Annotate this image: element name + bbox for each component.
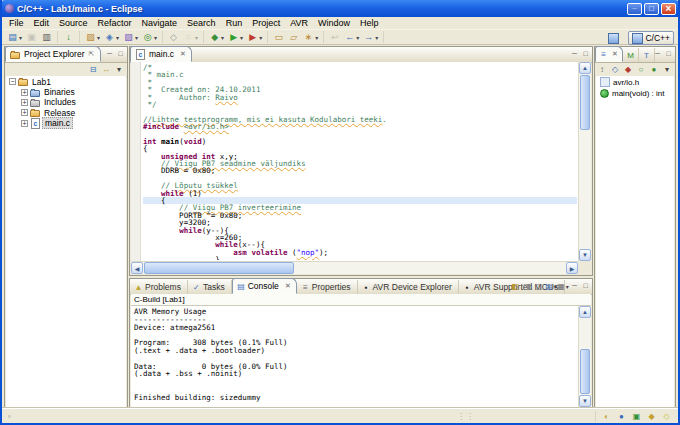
maximize-button[interactable] <box>644 3 659 15</box>
menu-edit[interactable]: Edit <box>29 18 55 28</box>
hide-static-button[interactable]: ◆ <box>623 65 633 75</box>
display-selected-console-button[interactable]: ▤▾ <box>546 281 556 291</box>
dropdown-arrow-icon[interactable]: ▾ <box>315 34 318 41</box>
dropdown-arrow-icon[interactable]: ▾ <box>356 34 359 41</box>
tab-make-targets[interactable]: M <box>623 48 639 62</box>
scroll-down-icon[interactable] <box>579 395 591 407</box>
dropdown-arrow-icon[interactable]: ▾ <box>240 34 243 41</box>
hide-fields-button[interactable]: ◇ <box>610 65 620 75</box>
code-area[interactable]: /* * main.c * * Created on: 24.10.2011 *… <box>143 64 577 260</box>
maximize-view-icon[interactable] <box>581 281 590 290</box>
sort-button[interactable]: ↕ <box>597 65 607 75</box>
expand-icon[interactable] <box>21 109 28 116</box>
scroll-lock-button[interactable]: ◨ <box>522 281 532 291</box>
maximize-editor-icon[interactable] <box>581 49 590 58</box>
new-c-project-button[interactable]: ▧▾ <box>83 30 102 45</box>
minimize-view-icon[interactable] <box>570 281 579 290</box>
dropdown-arrow-icon[interactable]: ▾ <box>19 34 22 41</box>
tree-item-includes[interactable]: Includes <box>6 97 126 107</box>
scroll-down-icon[interactable] <box>579 249 591 261</box>
external-keys-button[interactable]: ◇ <box>166 30 181 45</box>
build-button[interactable]: ▨▾ <box>121 30 140 45</box>
tree-item-lab1[interactable]: Lab1 <box>6 76 126 86</box>
link-with-editor-button[interactable]: ↔ <box>101 65 111 75</box>
menu-project[interactable]: Project <box>247 18 285 28</box>
console-vscrollbar[interactable] <box>578 306 591 407</box>
tab-problems[interactable]: ▲Problems <box>130 280 188 294</box>
run-button[interactable]: ▶▾ <box>226 30 245 45</box>
external-misc-button[interactable]: ○▾ <box>181 30 200 45</box>
collapse-all-button[interactable]: ⊟ <box>88 65 98 75</box>
dropdown-arrow-icon[interactable]: ▾ <box>116 34 119 41</box>
close-button[interactable] <box>661 3 676 15</box>
scroll-right-icon[interactable] <box>566 262 578 274</box>
dropdown-arrow-icon[interactable]: ▾ <box>97 34 100 41</box>
menu-file[interactable]: File <box>4 18 29 28</box>
menu-avr[interactable]: AVR <box>285 18 313 28</box>
tab-avr-device-explorer[interactable]: ▪AVR Device Explorer <box>358 280 459 294</box>
menu-run[interactable]: Run <box>221 18 248 28</box>
status-hand-icon[interactable]: ◐ <box>601 411 612 422</box>
save-button[interactable]: ▣ <box>24 30 39 45</box>
menu-navigate[interactable]: Navigate <box>137 18 183 28</box>
search-button[interactable]: ∗▾ <box>301 30 320 45</box>
minimize-button[interactable] <box>627 3 642 15</box>
menu-source[interactable]: Source <box>54 18 93 28</box>
hscroll-thumb[interactable] <box>144 262 294 274</box>
status-globe-icon[interactable]: ● <box>616 411 627 422</box>
minimize-view-icon[interactable] <box>105 49 114 58</box>
perspective-cpp-button[interactable]: C/C++ <box>628 31 674 45</box>
scroll-up-icon[interactable] <box>579 306 591 318</box>
scroll-up-icon[interactable] <box>579 62 591 74</box>
filter-button[interactable]: ● <box>649 65 659 75</box>
pin-console-button[interactable]: ◫ <box>534 281 544 291</box>
status-diamond-icon[interactable]: ◇ <box>661 411 672 422</box>
tab-console[interactable]: ▤Console <box>232 278 297 294</box>
open-perspective-button[interactable] <box>604 31 625 45</box>
print-button[interactable]: ▥ <box>39 30 54 45</box>
hide-nonpublic-button[interactable]: ○ <box>636 65 646 75</box>
vscroll-thumb[interactable] <box>580 75 590 130</box>
tree-item-binaries[interactable]: Binaries <box>6 86 126 96</box>
tab-properties[interactable]: ≡Properties <box>297 280 358 294</box>
dropdown-arrow-icon[interactable]: ▾ <box>375 34 378 41</box>
close-tab-icon[interactable] <box>179 50 187 58</box>
tree-item-release[interactable]: Release <box>6 107 126 117</box>
tab-outline[interactable]: ≡ <box>595 46 623 62</box>
minimize-editor-icon[interactable] <box>570 49 579 58</box>
tree-item-main-c[interactable]: main.c <box>6 118 126 128</box>
forward-button[interactable]: →▾ <box>361 30 380 45</box>
scroll-left-icon[interactable] <box>131 262 143 274</box>
menu-search[interactable]: Search <box>182 18 221 28</box>
make-button[interactable]: ◎▾ <box>140 30 159 45</box>
project-explorer-tab[interactable]: Project Explorer <box>5 46 101 62</box>
editor-hscrollbar[interactable] <box>131 261 578 274</box>
maximize-view-icon[interactable] <box>116 49 125 58</box>
tab-tasks[interactable]: ✓Tasks <box>188 280 232 294</box>
dropdown-arrow-icon[interactable]: ▾ <box>154 34 157 41</box>
expand-icon[interactable] <box>21 89 28 96</box>
dropdown-arrow-icon[interactable]: ▾ <box>566 283 569 290</box>
view-menu-button[interactable]: ▾ <box>662 65 672 75</box>
dropdown-arrow-icon[interactable]: ▾ <box>259 34 262 41</box>
console-output[interactable]: AVR Memory Usage----------------Device: … <box>131 306 578 407</box>
expand-icon[interactable] <box>21 120 28 127</box>
outline-item-method[interactable]: main(void) : int <box>596 87 674 98</box>
open-resource-button[interactable]: ▱ <box>286 30 301 45</box>
back-button[interactable]: ←▾ <box>342 30 361 45</box>
menu-refactor[interactable]: Refactor <box>93 18 137 28</box>
status-image-icon[interactable]: ▣ <box>631 411 642 422</box>
avr-upload-button[interactable]: ↓ <box>61 30 76 45</box>
view-menu-button[interactable]: ▾ <box>114 65 124 75</box>
new-button[interactable]: ▤▾ <box>5 30 24 45</box>
vscroll-thumb[interactable] <box>580 349 590 394</box>
close-tab-icon[interactable] <box>611 50 619 58</box>
maximize-view-icon[interactable] <box>664 49 673 58</box>
open-element-button[interactable]: ▭ <box>271 30 286 45</box>
open-console-button[interactable]: ▦▾ <box>558 281 568 291</box>
clear-console-button[interactable]: ◧ <box>510 281 520 291</box>
new-cpp-class-button[interactable]: ◈▾ <box>102 30 121 45</box>
editor-body[interactable]: /* * main.c * * Created on: 24.10.2011 *… <box>131 62 591 274</box>
editor-tab-main-c[interactable]: main.c <box>130 46 192 62</box>
menu-window[interactable]: Window <box>313 18 355 28</box>
